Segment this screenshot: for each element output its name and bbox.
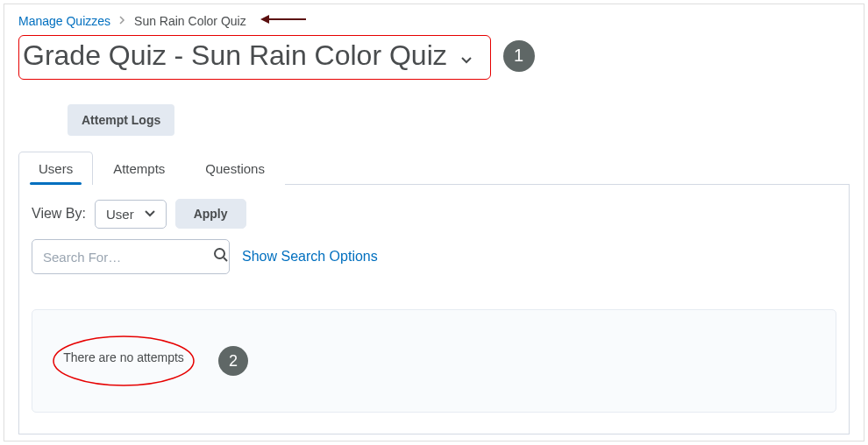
no-attempts-callout: There are no attempts [53,336,194,385]
search-icon[interactable] [213,247,229,266]
viewby-label: View By: [32,206,86,222]
title-row: Grade Quiz - Sun Rain Color Quiz 1 [18,32,850,80]
annotation-arrow-icon [260,13,308,28]
tab-panel-users: View By: User Apply Show Search Optio [18,185,850,434]
breadcrumb: Manage Quizzes Sun Rain Color Quiz [18,11,850,32]
page-title-text: Grade Quiz - Sun Rain Color Quiz [23,39,447,71]
results-box: There are no attempts 2 [32,309,836,413]
page-title[interactable]: Grade Quiz - Sun Rain Color Quiz [23,39,473,72]
tab-questions[interactable]: Questions [185,152,285,185]
svg-marker-1 [260,15,269,24]
viewby-select[interactable]: User [95,200,167,229]
attempt-logs-button[interactable]: Attempt Logs [68,104,174,136]
no-attempts-text: There are no attempts [53,350,194,364]
breadcrumb-root-link[interactable]: Manage Quizzes [18,14,110,28]
callout-badge-2: 2 [218,346,248,376]
svg-point-2 [215,249,224,258]
app-frame: Manage Quizzes Sun Rain Color Quiz Grade… [4,4,864,441]
search-row: Show Search Options [32,239,836,274]
svg-line-3 [224,258,227,261]
tab-attempts[interactable]: Attempts [93,152,185,185]
tab-bar: Users Attempts Questions [18,152,850,185]
tab-users[interactable]: Users [18,152,93,185]
apply-button[interactable]: Apply [175,199,246,229]
breadcrumb-current: Sun Rain Color Quiz [134,14,246,28]
callout-badge-1: 1 [503,40,535,72]
title-callout-box: Grade Quiz - Sun Rain Color Quiz [18,35,491,80]
viewby-row: View By: User Apply [32,199,836,229]
search-input[interactable] [43,250,210,265]
search-input-wrap [32,239,230,274]
chevron-right-icon [119,15,125,27]
viewby-selected-value: User [106,207,134,222]
chevron-down-icon [145,208,155,220]
show-search-options-link[interactable]: Show Search Options [242,249,378,265]
chevron-down-icon[interactable] [460,53,473,67]
